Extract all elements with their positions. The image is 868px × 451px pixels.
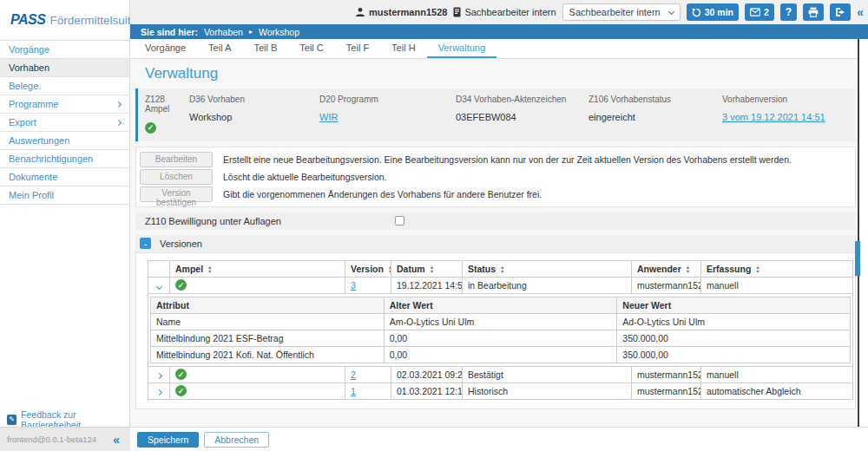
mail-button[interactable]: 2: [745, 3, 774, 21]
summary-field-label: D36 Vorhaben: [189, 95, 316, 104]
version-bestatigen-button[interactable]: Version bestätigen: [140, 186, 213, 202]
logo-suite-text: Fördermittelsuite: [49, 14, 137, 27]
version-link[interactable]: 1: [351, 386, 356, 396]
column-header-label: Anwender: [637, 264, 681, 274]
chevron-right-icon: [155, 372, 161, 378]
approval-checkbox-row: Z110 Bewilligung unter Auflagen: [135, 212, 856, 230]
anwender-cell: mustermann1528: [632, 382, 701, 399]
sidebar-item-mein-profil[interactable]: Mein Profil: [0, 186, 129, 205]
tab-teil-b[interactable]: Teil B: [242, 39, 288, 58]
help-button[interactable]: ?: [780, 3, 797, 21]
version-diff-table: AttributAlter WertNeuer WertNameAm-O-Lyt…: [150, 297, 851, 363]
chevron-down-icon: [155, 283, 161, 289]
summary-field-vorhabenversion: Vorhabenversion3 vom 19.12.2021 14:51: [722, 95, 856, 134]
diff-neuer-wert-cell: Ad-O-Lytics Uni Ulm: [617, 313, 851, 330]
sidebar-item-label: Vorhaben: [9, 62, 49, 73]
cancel-button[interactable]: Abbrechen: [204, 432, 269, 448]
approval-checkbox[interactable]: [395, 216, 404, 226]
summary-field-value: eingereicht: [589, 112, 719, 122]
sidebar-item-benachrichtigungen[interactable]: Benachrichtigungen: [0, 150, 129, 168]
column-header-label: Status: [468, 264, 496, 274]
column-header-status[interactable]: Status▲▼: [463, 260, 632, 277]
tab-vorgange[interactable]: Vorgänge: [134, 39, 197, 58]
logo-pass-text: PASS: [10, 12, 45, 28]
sidebar-item-export[interactable]: Export: [0, 114, 129, 132]
diff-neuer-wert-cell: 350.000,00: [617, 330, 851, 346]
sort-icon: ▲▼: [388, 265, 391, 273]
diff-column-header-neuer-wert: Neuer Wert: [617, 297, 851, 313]
form-tabbar: VorgängeTeil ATeil BTeil CTeil FTeil HVe…: [130, 39, 868, 59]
sidebar-item-auswertungen[interactable]: Auswertungen: [0, 132, 129, 150]
summary-field-link[interactable]: 3 vom 19.12.2021 14:51: [722, 112, 825, 122]
sidebar-item-belege[interactable]: Belege.: [0, 77, 129, 95]
diff-neuer-wert-cell: 350.000,00: [617, 346, 851, 363]
loschen-button[interactable]: Löschen: [140, 169, 213, 185]
diff-attribut-cell: Mittelbindung 2021 Kofi. Nat. Öffentlich: [151, 346, 385, 363]
diff-alter-wert-cell: 0,00: [384, 330, 617, 346]
sidebar-item-dokumente[interactable]: Dokumente: [0, 168, 129, 186]
expand-row-toggle[interactable]: [148, 277, 170, 293]
column-header-datum[interactable]: Datum▲▼: [391, 260, 463, 277]
header-collapse-icon[interactable]: «: [857, 5, 864, 19]
sidebar-item-label: Mein Profil: [9, 190, 54, 200]
save-button[interactable]: Speichern: [137, 432, 199, 448]
column-header-erfassung[interactable]: Erfassung▲▼: [701, 260, 853, 277]
column-header-ampel[interactable]: Ampel▲▼: [170, 260, 345, 277]
version-details-cell: AttributAlter WertNeuer WertNameAm-O-Lyt…: [148, 293, 853, 366]
tab-teil-a[interactable]: Teil A: [197, 39, 242, 58]
sort-icon: ▲▼: [207, 265, 212, 273]
column-header-version[interactable]: Version▲▼: [345, 260, 391, 277]
sidebar-item-programme[interactable]: Programme: [0, 95, 129, 114]
sidebar-collapse-icon[interactable]: «: [113, 433, 120, 447]
anwender-cell: mustermann1528: [632, 366, 701, 382]
breadcrumb: Sie sind hier: Vorhaben▸Workshop: [130, 24, 868, 39]
version-row: ✓202.03.2021 09:24Bestätigtmustermann152…: [148, 366, 853, 382]
sidebar: PASS Fördermittelsuite VorgängeVorhabenB…: [0, 0, 130, 427]
breadcrumb-item-vorhaben[interactable]: Vorhaben: [204, 27, 243, 37]
breadcrumb-item-workshop[interactable]: Workshop: [259, 27, 299, 37]
sidebar-item-vorgange[interactable]: Vorgänge: [0, 41, 129, 59]
diff-attribut-cell: Name: [151, 313, 385, 330]
scrollbar-thumb[interactable]: [855, 241, 860, 276]
summary-field-link[interactable]: WIR: [319, 112, 338, 122]
chevron-right-icon: [115, 101, 122, 107]
current-role: Sachbearbeiter intern: [453, 7, 556, 17]
tab-teil-f[interactable]: Teil F: [335, 39, 380, 58]
diff-column-header-alter-wert: Alter Wert: [384, 297, 617, 313]
version-cell: 1: [345, 382, 391, 399]
expand-row-toggle[interactable]: [148, 366, 170, 382]
version-link[interactable]: 2: [351, 369, 356, 380]
diff-alter-wert-cell: Am-O-Lytics Uni Ulm: [384, 313, 617, 330]
versions-panel-body: Ampel▲▼Version▲▼Datum▲▼Status▲▼Anwender▲…: [135, 252, 856, 409]
current-user: mustermann1528: [355, 7, 448, 17]
role-select-dropdown[interactable]: Sachbearbeiter intern: [562, 3, 681, 21]
bearbeiten-button[interactable]: Bearbeiten: [140, 152, 213, 167]
tab-verwaltung[interactable]: Verwaltung: [427, 39, 496, 58]
version-link[interactable]: 3: [351, 280, 356, 291]
version-actions-panel: BearbeitenErstellt eine neue Bearbeitung…: [135, 147, 856, 207]
session-timer-label: 30 min: [705, 7, 733, 17]
print-button[interactable]: [803, 3, 824, 21]
feedback-pencil-icon: ✎: [7, 415, 16, 425]
logout-button[interactable]: [830, 3, 851, 21]
diff-row: NameAm-O-Lytics Uni UlmAd-O-Lytics Uni U…: [151, 313, 851, 330]
version-cell: 2: [345, 366, 391, 382]
expand-row-toggle[interactable]: [148, 382, 170, 399]
sidebar-item-label: Programme: [9, 99, 58, 109]
scrollbar-track[interactable]: [858, 39, 859, 427]
erfassung-cell: manuell: [701, 277, 853, 293]
summary-field-label: Z106 Vorhabenstatus: [589, 95, 719, 104]
summary-field-z128-ampel: Z128 Ampel✓: [145, 95, 189, 134]
session-refresh-button[interactable]: 30 min: [687, 3, 739, 21]
sidebar-item-vorhaben[interactable]: Vorhaben: [0, 59, 129, 77]
version-row: ✓101.03.2021 12:10Historischmustermann15…: [148, 382, 853, 399]
approval-checkbox-label: Z110 Bewilligung unter Auflagen: [145, 216, 395, 226]
tab-teil-h[interactable]: Teil H: [380, 39, 427, 58]
tab-teil-c[interactable]: Teil C: [288, 39, 335, 58]
diff-attribut-cell: Mittelbindung 2021 ESF-Betrag: [151, 330, 385, 346]
vorhaben-summary-bar: Z128 Ampel✓D36 VorhabenWorkshopD20 Progr…: [135, 88, 856, 141]
summary-field-value: 03EFEBW084: [456, 112, 585, 122]
status-ok-icon: ✓: [175, 385, 187, 396]
column-header-anwender[interactable]: Anwender▲▼: [632, 260, 701, 277]
versions-collapse-button[interactable]: -: [140, 238, 151, 249]
